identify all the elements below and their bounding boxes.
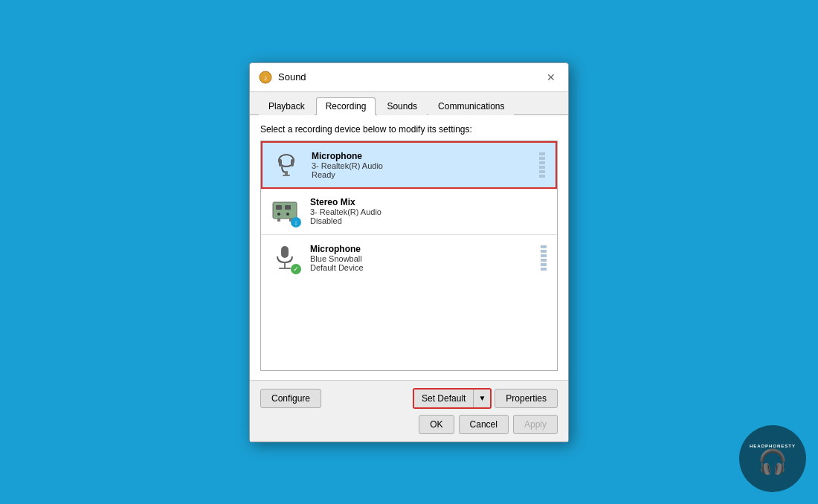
device-info-snowball: Microphone Blue Snowball Default Device xyxy=(310,244,541,272)
set-default-dropdown[interactable]: ▼ xyxy=(474,390,490,407)
tab-bar: Playback Recording Sounds Communications xyxy=(250,92,568,115)
apply-button[interactable]: Apply xyxy=(513,415,558,434)
tab-communications[interactable]: Communications xyxy=(428,97,514,115)
svg-rect-7 xyxy=(273,202,297,219)
device-list: Microphone 3- Realtek(R) Audio Ready xyxy=(260,140,558,371)
ok-button[interactable]: OK xyxy=(419,415,454,434)
device-status-stereo-mix: Disabled xyxy=(310,216,550,225)
tab-playback[interactable]: Playback xyxy=(259,97,315,115)
title-bar-left: ♪ Sound xyxy=(259,71,306,84)
device-status-snowball: Default Device xyxy=(310,263,541,272)
device-info-mic-realtek: Microphone 3- Realtek(R) Audio Ready xyxy=(312,151,539,179)
device-sub-stereo-mix: 3- Realtek(R) Audio xyxy=(310,207,550,216)
device-item-stereo-mix[interactable]: ↓ Stereo Mix 3- Realtek(R) Audio Disable… xyxy=(261,189,557,235)
badge-check: ✓ xyxy=(291,264,301,274)
svg-rect-14 xyxy=(281,246,289,258)
svg-rect-8 xyxy=(276,205,282,210)
cancel-button[interactable]: Cancel xyxy=(459,415,509,434)
tab-sounds[interactable]: Sounds xyxy=(377,97,427,115)
watermark: HEADPHONESTY 🎧 xyxy=(739,425,806,492)
svg-rect-4 xyxy=(291,159,294,167)
device-name-mic-realtek: Microphone xyxy=(312,151,539,161)
footer-row2: OK Cancel Apply xyxy=(260,415,558,434)
svg-point-11 xyxy=(286,213,289,216)
device-sub-snowball: Blue Snowball xyxy=(310,254,541,263)
set-default-button[interactable]: Set Default xyxy=(414,390,474,407)
device-name-snowball: Microphone xyxy=(310,244,541,254)
device-icon-stereo-mix: ↓ xyxy=(268,195,301,227)
svg-rect-16 xyxy=(279,268,291,269)
sound-dialog: ♪ Sound ✕ Playback Recording Sounds Comm… xyxy=(249,62,569,442)
device-item-mic-realtek[interactable]: Microphone 3- Realtek(R) Audio Ready xyxy=(261,141,557,189)
footer: Configure Set Default ▼ Properties OK Ca… xyxy=(250,380,568,442)
device-sub-mic-realtek: 3- Realtek(R) Audio xyxy=(312,161,539,170)
watermark-circle: HEADPHONESTY 🎧 xyxy=(739,425,806,492)
device-item-snowball[interactable]: ✓ Microphone Blue Snowball Default Devic… xyxy=(261,235,557,281)
svg-rect-9 xyxy=(285,205,291,210)
device-info-stereo-mix: Stereo Mix 3- Realtek(R) Audio Disabled xyxy=(310,197,550,225)
instruction-text: Select a recording device below to modif… xyxy=(260,124,558,135)
svg-rect-6 xyxy=(283,175,290,176)
set-default-group: Set Default ▼ xyxy=(413,388,492,409)
headphone-icon: 🎧 xyxy=(758,450,788,474)
svg-rect-12 xyxy=(277,219,280,222)
properties-button[interactable]: Properties xyxy=(495,389,558,408)
configure-button[interactable]: Configure xyxy=(260,389,321,408)
tab-content: Select a recording device below to modif… xyxy=(250,115,568,380)
level-indicator-3 xyxy=(541,245,550,271)
badge-download: ↓ xyxy=(291,217,301,227)
dialog-title: Sound xyxy=(278,71,306,83)
sound-icon: ♪ xyxy=(259,71,272,84)
level-indicator-1 xyxy=(539,152,548,178)
svg-rect-3 xyxy=(279,159,282,167)
device-icon-mic-realtek xyxy=(270,149,303,181)
device-icon-snowball: ✓ xyxy=(268,242,301,274)
title-bar: ♪ Sound ✕ xyxy=(250,63,568,92)
device-name-stereo-mix: Stereo Mix xyxy=(310,197,550,207)
svg-point-10 xyxy=(277,213,280,216)
svg-rect-15 xyxy=(284,262,286,268)
tab-recording[interactable]: Recording xyxy=(316,97,376,115)
device-status-mic-realtek: Ready xyxy=(312,170,539,179)
close-button[interactable]: ✕ xyxy=(543,69,559,85)
svg-text:♪: ♪ xyxy=(264,74,268,82)
footer-row1: Configure Set Default ▼ Properties xyxy=(260,388,558,409)
